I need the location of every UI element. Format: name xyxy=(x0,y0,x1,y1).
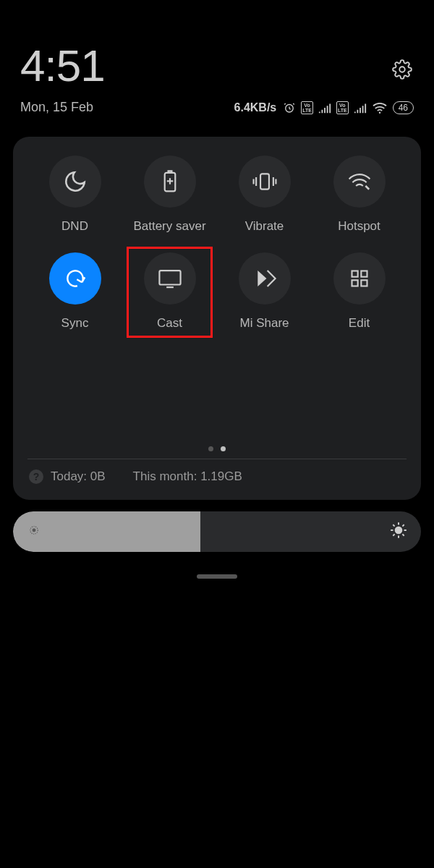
volte-icon-2: VoLTE xyxy=(336,101,349,114)
usage-month: This month: 1.19GB xyxy=(133,469,242,484)
usage-today: Today: 0B xyxy=(51,469,106,484)
tile-mi-share[interactable]: Mi Share xyxy=(217,252,312,331)
tile-cast[interactable]: Cast xyxy=(122,252,217,331)
sync-icon xyxy=(64,267,87,290)
help-icon: ? xyxy=(29,469,43,484)
mi-share-icon xyxy=(252,268,277,289)
tile-dnd[interactable]: DND xyxy=(27,156,122,234)
svg-rect-5 xyxy=(159,271,180,284)
tile-label: Hotspot xyxy=(338,219,380,234)
volte-icon-1: VoLTE xyxy=(301,101,313,114)
tile-battery-saver[interactable]: Battery saver xyxy=(122,156,217,234)
tile-sync[interactable]: Sync xyxy=(27,252,122,331)
svg-rect-6 xyxy=(352,271,357,277)
tile-edit[interactable]: Edit xyxy=(312,252,407,331)
status-bar-right: 6.4KB/s VoLTE VoLTE 46 xyxy=(234,101,414,114)
vibrate-icon xyxy=(251,171,278,192)
data-usage-row[interactable]: ? Today: 0B This month: 1.19GB xyxy=(27,468,407,490)
svg-rect-8 xyxy=(352,280,357,286)
svg-rect-9 xyxy=(361,280,367,286)
tile-hotspot[interactable]: Hotspot xyxy=(312,156,407,234)
battery-plus-icon xyxy=(159,169,181,194)
cast-icon xyxy=(158,268,182,289)
quick-settings-panel: DND Battery saver Vibrate Hotspot Sync xyxy=(13,137,421,500)
tile-label: DND xyxy=(61,219,88,234)
signal-icon-1 xyxy=(318,102,331,114)
alarm-icon xyxy=(283,101,296,114)
sun-low-icon xyxy=(27,524,41,540)
tile-label: Vibrate xyxy=(245,219,284,234)
grid-icon xyxy=(349,268,370,289)
svg-point-2 xyxy=(378,111,380,113)
battery-level: 46 xyxy=(393,101,414,114)
nav-bar-handle[interactable] xyxy=(197,574,237,579)
divider xyxy=(27,459,407,459)
svg-rect-4 xyxy=(260,174,269,189)
svg-rect-7 xyxy=(361,271,367,277)
gear-icon xyxy=(392,59,412,80)
settings-button[interactable] xyxy=(392,59,412,82)
sun-high-icon xyxy=(389,521,408,542)
svg-point-0 xyxy=(399,67,404,72)
svg-point-12 xyxy=(396,527,402,534)
brightness-fill xyxy=(13,511,200,552)
tile-vibrate[interactable]: Vibrate xyxy=(217,156,312,234)
clock-time: 4:51 xyxy=(20,40,414,91)
tile-label: Edit xyxy=(349,316,370,331)
hotspot-icon xyxy=(346,171,373,192)
brightness-slider[interactable] xyxy=(13,511,421,552)
date-text: Mon, 15 Feb xyxy=(20,100,93,115)
page-dot xyxy=(208,446,213,451)
tile-label: Sync xyxy=(61,316,89,331)
tile-label: Mi Share xyxy=(239,316,289,331)
svg-point-10 xyxy=(33,529,35,532)
signal-icon-2 xyxy=(354,102,367,114)
moon-icon xyxy=(63,169,88,194)
page-indicator xyxy=(27,446,407,451)
tile-label: Cast xyxy=(157,316,182,331)
network-speed: 6.4KB/s xyxy=(234,101,277,114)
wifi-icon xyxy=(372,101,388,114)
page-dot xyxy=(221,446,226,451)
tile-label: Battery saver xyxy=(133,219,205,234)
